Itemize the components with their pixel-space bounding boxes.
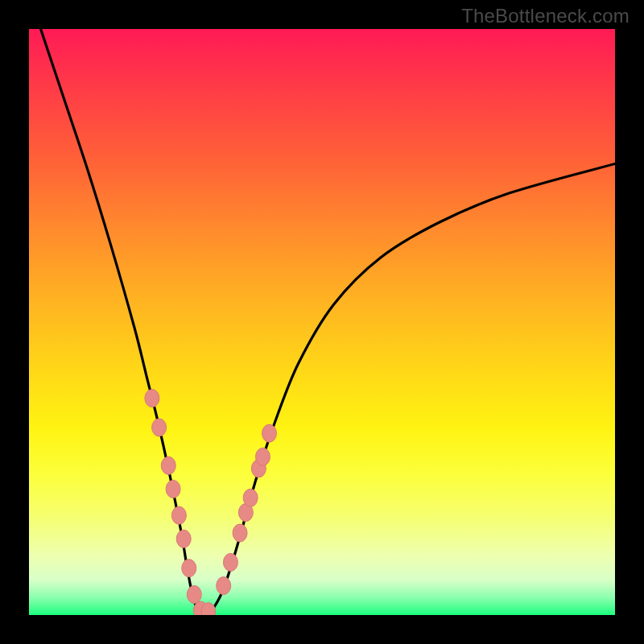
- data-marker: [255, 448, 270, 465]
- data-marker: [171, 506, 186, 524]
- data-marker: [187, 586, 201, 604]
- data-marker: [166, 480, 180, 497]
- plot-area: [29, 29, 615, 615]
- data-marker: [243, 489, 258, 506]
- data-marker: [182, 559, 196, 577]
- watermark-text: TheBottleneck.com: [461, 5, 630, 27]
- bottleneck-curve: [41, 29, 615, 615]
- data-marker: [145, 390, 159, 407]
- data-marker: [161, 456, 175, 474]
- data-marker: [223, 553, 237, 571]
- data-marker: [262, 424, 276, 442]
- data-markers: [145, 390, 277, 615]
- data-marker: [217, 577, 231, 595]
- data-marker: [152, 419, 167, 436]
- chart-svg: [29, 29, 615, 615]
- data-marker: [233, 524, 247, 542]
- chart-frame: TheBottleneck.com: [0, 0, 644, 644]
- data-marker: [176, 530, 191, 547]
